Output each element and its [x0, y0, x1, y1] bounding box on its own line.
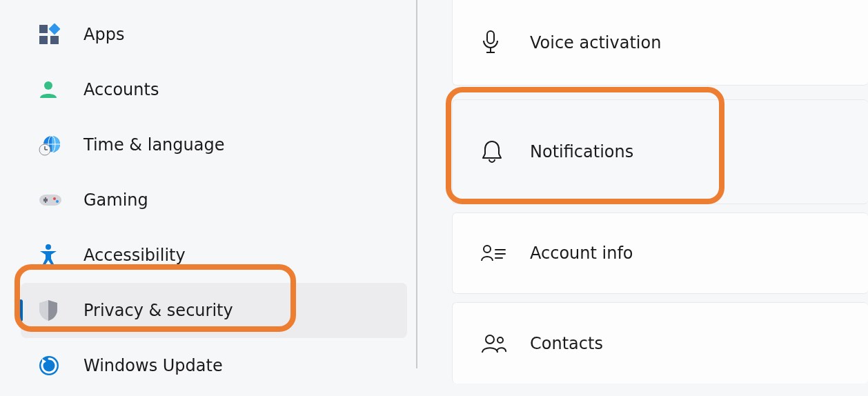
sidebar-item-label: Time & language: [70, 135, 224, 155]
svg-rect-21: [487, 31, 494, 43]
svg-rect-2: [39, 36, 48, 44]
apps-icon: [38, 23, 70, 46]
time-language-icon: [38, 133, 70, 157]
svg-rect-0: [39, 25, 48, 33]
update-icon: [38, 355, 70, 377]
account-info-icon: [480, 243, 522, 264]
accessibility-icon: [38, 244, 70, 267]
sidebar-item-label: Accounts: [70, 80, 159, 99]
setting-card-account-info[interactable]: Account info: [452, 212, 868, 294]
sidebar-item-label: Accessibility: [70, 246, 186, 265]
accounts-icon: [38, 79, 70, 100]
svg-point-16: [53, 197, 56, 200]
sidebar-item-gaming[interactable]: Gaming: [24, 172, 417, 228]
gaming-icon: [38, 192, 70, 208]
svg-point-18: [46, 244, 51, 250]
svg-rect-1: [49, 23, 60, 34]
sidebar-nav: Apps Accounts: [0, 0, 417, 396]
setting-card-contacts[interactable]: Contacts: [452, 302, 868, 384]
sidebar-item-label: Privacy & security: [70, 301, 233, 320]
sidebar-inner: Apps Accounts: [24, 0, 417, 393]
main-panel: Voice activation Notifications: [417, 0, 868, 396]
svg-point-4: [44, 81, 52, 90]
setting-card-label: Notifications: [522, 142, 633, 161]
sidebar-item-privacy-security[interactable]: Privacy & security: [21, 283, 407, 338]
svg-point-24: [484, 246, 491, 253]
sidebar-item-accessibility[interactable]: Accessibility: [24, 228, 417, 283]
settings-window: Apps Accounts: [0, 0, 868, 396]
svg-rect-3: [50, 36, 59, 44]
setting-card-voice-activation[interactable]: Voice activation: [452, 0, 868, 86]
bell-icon: [480, 139, 522, 165]
contacts-icon: [480, 333, 522, 355]
svg-rect-15: [45, 197, 46, 203]
shield-icon: [38, 299, 70, 322]
setting-card-notifications[interactable]: Notifications: [452, 99, 868, 204]
sidebar-item-label: Windows Update: [70, 356, 223, 375]
sidebar-item-label: Gaming: [70, 190, 148, 210]
sidebar-item-label: Apps: [70, 25, 124, 44]
sidebar-item-apps[interactable]: Apps: [24, 7, 417, 62]
svg-point-17: [56, 200, 59, 203]
microphone-icon: [480, 30, 522, 56]
svg-rect-11: [39, 195, 61, 206]
svg-point-29: [497, 337, 503, 343]
setting-card-label: Voice activation: [522, 33, 661, 52]
setting-card-label: Account info: [522, 244, 633, 263]
setting-card-label: Contacts: [522, 334, 603, 353]
sidebar-item-accounts[interactable]: Accounts: [24, 62, 417, 117]
sidebar-item-windows-update[interactable]: Windows Update: [24, 338, 417, 393]
svg-point-28: [486, 335, 494, 344]
sidebar-item-time-language[interactable]: Time & language: [24, 117, 417, 172]
selection-indicator: [19, 299, 23, 321]
